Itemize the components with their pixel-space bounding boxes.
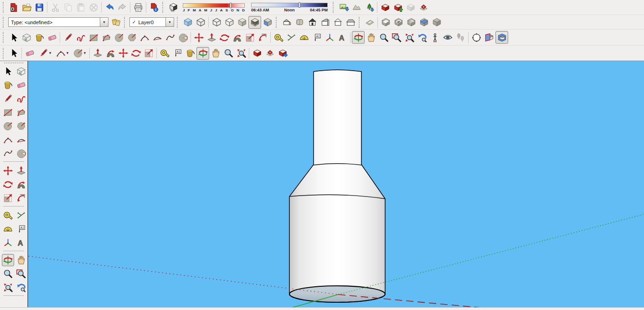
protractor-button[interactable] [298, 31, 310, 44]
view-back-button[interactable] [331, 16, 344, 29]
protractor-button[interactable] [2, 223, 14, 235]
zoom-button[interactable] [2, 268, 14, 280]
follow-me-button[interactable] [104, 47, 117, 60]
zoom-window-button[interactable] [390, 31, 403, 44]
circle-button[interactable] [2, 120, 14, 132]
select-button[interactable] [7, 31, 20, 44]
date-slider-bar[interactable] [183, 3, 245, 8]
toolbar-grip[interactable] [276, 17, 279, 28]
zoom-button[interactable] [377, 31, 390, 44]
toolbar-grip[interactable] [3, 32, 6, 43]
push-pull-button[interactable] [15, 165, 27, 177]
arc-2pt-button[interactable] [151, 31, 164, 44]
section-display-cuts-button[interactable] [392, 16, 405, 29]
offset-button[interactable] [15, 192, 27, 204]
open-button[interactable] [20, 1, 33, 14]
select-button[interactable] [2, 65, 14, 78]
wh-extension-button[interactable] [263, 47, 276, 60]
arc-3pt-button[interactable] [164, 31, 176, 44]
toolbar-grip[interactable] [3, 2, 6, 13]
zoom-extents-button[interactable] [403, 31, 416, 44]
viewport[interactable] [28, 61, 644, 307]
rotated-rect-button[interactable] [100, 31, 113, 44]
toolbar-grip[interactable] [333, 2, 336, 13]
cam-blue-house-button[interactable] [495, 31, 508, 44]
move-button[interactable] [192, 31, 205, 44]
move-button[interactable] [2, 165, 14, 177]
cam-circle-button[interactable] [470, 31, 483, 44]
section-blue-b-button[interactable] [430, 16, 443, 29]
toolbar-grip[interactable] [3, 17, 6, 28]
follow-me-button[interactable] [15, 178, 27, 191]
polygon-button[interactable] [15, 120, 27, 132]
previous-button[interactable] [15, 281, 27, 294]
toolbar-grip[interactable] [177, 17, 180, 28]
text-3d-button[interactable]: A [336, 31, 349, 44]
follow-me-button[interactable] [231, 31, 243, 44]
rotate-button[interactable] [129, 47, 142, 60]
wh-extension-button[interactable] [417, 1, 430, 14]
shaded-button[interactable] [236, 16, 248, 29]
scale-button[interactable] [142, 47, 155, 60]
line-button[interactable]: ▾ [36, 47, 53, 60]
wireframe-button[interactable] [210, 16, 223, 29]
tape-button[interactable] [272, 31, 285, 44]
toolbar-grip[interactable] [3, 48, 6, 59]
arc-3pt-button[interactable] [2, 147, 14, 160]
polygon-button[interactable] [125, 31, 138, 44]
dimension-button[interactable] [15, 209, 27, 222]
arc-2pt-button[interactable] [15, 134, 27, 146]
zoom-extents-button[interactable] [235, 47, 247, 60]
bottle-bottom-face[interactable] [289, 286, 385, 302]
component-button[interactable] [15, 65, 27, 78]
pan-button[interactable] [365, 31, 377, 44]
view-right-button[interactable] [319, 16, 331, 29]
view-iso-button[interactable] [280, 16, 293, 29]
position-camera-button[interactable] [428, 31, 441, 44]
terrain-button[interactable] [350, 1, 363, 14]
type-combo-dropdown-button[interactable]: ▼ [100, 17, 108, 27]
paint-button[interactable] [33, 31, 46, 44]
hidden-line-button[interactable] [223, 16, 236, 29]
print-button[interactable] [132, 1, 144, 14]
toolbar-grip[interactable] [4, 62, 23, 63]
freehand-button[interactable] [15, 93, 27, 105]
arc-button[interactable] [2, 134, 14, 146]
date-slider-thumb[interactable] [230, 3, 232, 8]
bottle-silhouette[interactable] [289, 70, 385, 302]
classification-type-combo[interactable]: Type: <undefined> ▼ [8, 17, 108, 27]
dropdown-caret-icon[interactable]: ▾ [49, 51, 52, 55]
paint-button[interactable] [184, 47, 196, 60]
new-button[interactable] [7, 1, 20, 14]
axes-button[interactable] [2, 237, 14, 249]
orbit-button[interactable] [2, 254, 14, 266]
eraser-button[interactable] [23, 47, 36, 60]
text-button[interactable]: A1 [310, 31, 323, 44]
push-pull-button[interactable] [91, 47, 104, 60]
model-info-button[interactable]: i [148, 1, 160, 14]
shadow-time-slider[interactable]: 06:43 AM Noon 04:45 PM [251, 2, 328, 13]
rotate-button[interactable] [218, 31, 231, 44]
push-pull-button[interactable] [205, 31, 218, 44]
viewport-canvas[interactable] [28, 61, 644, 307]
view-front-button[interactable] [306, 16, 319, 29]
look-around-button[interactable] [441, 31, 454, 44]
type-combo-value[interactable]: Type: <undefined> [8, 17, 100, 27]
circle-button[interactable] [113, 31, 125, 44]
rect-button[interactable] [2, 106, 14, 119]
layer-combo[interactable]: ✓ Layer0 ▼ [129, 17, 174, 27]
axes-button[interactable] [323, 31, 336, 44]
back-edges-button[interactable] [194, 16, 207, 29]
add-location-button[interactable] [363, 1, 376, 14]
wh-export-button[interactable] [276, 47, 289, 60]
paint-button[interactable] [2, 79, 14, 91]
wh-get-models-button[interactable] [379, 1, 392, 14]
cam-section-house-button[interactable] [483, 31, 495, 44]
zoom-extents-button[interactable] [2, 281, 14, 294]
pie-button[interactable] [176, 31, 189, 44]
toolbar-grip[interactable] [162, 2, 165, 13]
dimension-button[interactable] [285, 31, 298, 44]
offset-button[interactable] [256, 31, 269, 44]
eraser-button[interactable] [15, 79, 27, 91]
monochrome-button[interactable] [261, 16, 274, 29]
